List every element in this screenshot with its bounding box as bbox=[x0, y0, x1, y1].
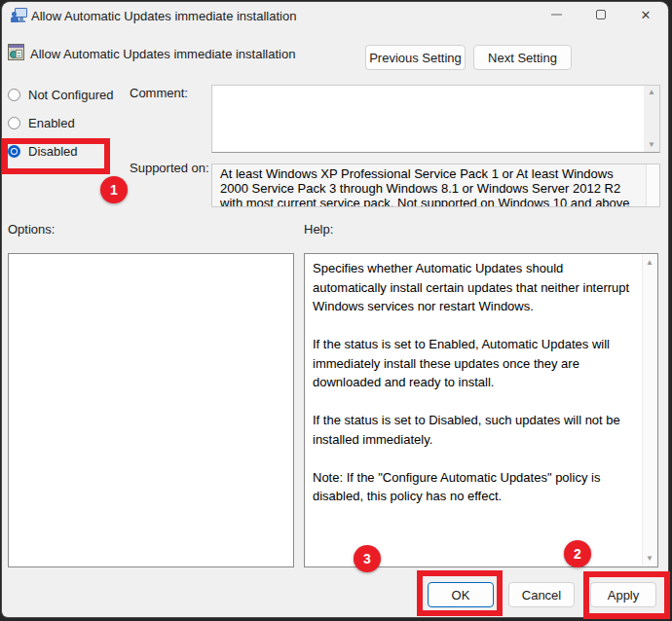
comment-input[interactable] bbox=[212, 86, 644, 152]
annotation-badge-1: 1 bbox=[100, 176, 128, 203]
annotation-badge-3: 3 bbox=[354, 545, 381, 572]
comment-box: ▲ ▼ bbox=[211, 85, 660, 153]
help-label: Help: bbox=[304, 222, 333, 237]
supported-on-text: At least Windows XP Professional Service… bbox=[220, 166, 640, 207]
cancel-button[interactable]: Cancel bbox=[508, 582, 575, 607]
close-button[interactable]: ✕ bbox=[626, 2, 665, 27]
help-scrollbar[interactable]: ▲ ▼ bbox=[642, 255, 656, 566]
help-paragraph: If the status is set to Disabled, such u… bbox=[313, 411, 636, 449]
comment-label: Comment: bbox=[130, 86, 188, 100]
maximize-icon bbox=[596, 10, 606, 19]
help-text: Specifies whether Automatic Updates shou… bbox=[313, 259, 636, 525]
radio-label: Enabled bbox=[28, 116, 75, 130]
options-label: Options: bbox=[8, 222, 55, 237]
group-policy-app-icon bbox=[11, 7, 28, 24]
policy-setting-icon bbox=[8, 44, 24, 60]
previous-setting-button[interactable]: Previous Setting bbox=[365, 45, 466, 70]
help-panel: Specifies whether Automatic Updates shou… bbox=[304, 253, 658, 567]
annotation-rect-disabled bbox=[2, 138, 110, 174]
close-icon: ✕ bbox=[641, 8, 652, 22]
minimize-icon bbox=[551, 14, 562, 16]
supported-on-label: Supported on: bbox=[130, 161, 209, 175]
comment-scrollbar[interactable]: ▲ ▼ bbox=[644, 86, 659, 152]
radio-enabled[interactable] bbox=[8, 117, 20, 129]
supported-on-scrollbar bbox=[646, 164, 659, 206]
minimize-button[interactable] bbox=[537, 2, 576, 27]
annotation-rect-ok bbox=[417, 570, 503, 616]
annotation-rect-apply bbox=[583, 571, 670, 619]
window-title: Allow Automatic Updates immediate instal… bbox=[31, 9, 296, 23]
policy-title: Allow Automatic Updates immediate instal… bbox=[30, 47, 295, 61]
radio-row-not-configured[interactable]: Not Configured bbox=[8, 87, 113, 102]
next-setting-button[interactable]: Next Setting bbox=[473, 45, 572, 70]
scroll-up-icon[interactable]: ▲ bbox=[648, 86, 655, 99]
help-paragraph: If the status is set to Enabled, Automat… bbox=[313, 335, 636, 392]
annotation-badge-2: 2 bbox=[564, 540, 591, 567]
scroll-down-icon[interactable]: ▼ bbox=[648, 138, 655, 152]
radio-label: Not Configured bbox=[28, 88, 113, 102]
options-panel bbox=[8, 253, 294, 567]
screenshot-root: Allow Automatic Updates immediate instal… bbox=[0, 0, 672, 621]
help-paragraph: Note: If the "Configure Automatic Update… bbox=[313, 468, 636, 506]
radio-not-configured[interactable] bbox=[8, 89, 20, 101]
maximize-button[interactable] bbox=[581, 2, 620, 27]
scroll-down-icon[interactable]: ▼ bbox=[646, 554, 653, 563]
scroll-up-icon[interactable]: ▲ bbox=[646, 258, 653, 267]
supported-on-box: At least Windows XP Professional Service… bbox=[211, 164, 660, 207]
radio-row-enabled[interactable]: Enabled bbox=[8, 115, 75, 130]
help-paragraph: Specifies whether Automatic Updates shou… bbox=[313, 259, 636, 316]
